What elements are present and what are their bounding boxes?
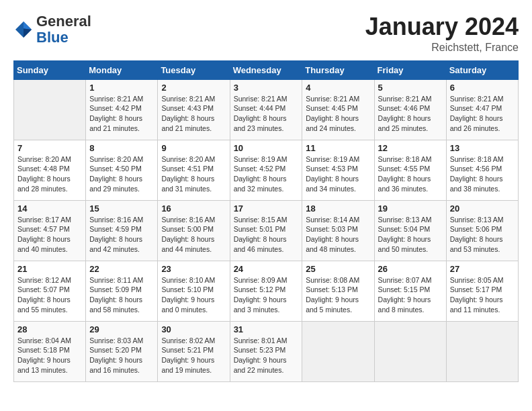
day-info: Sunrise: 8:09 AM Sunset: 5:12 PM Dayligh… [234, 275, 299, 315]
svg-marker-2 [24, 29, 32, 38]
day-info: Sunrise: 8:17 AM Sunset: 4:57 PM Dayligh… [17, 215, 82, 255]
calendar-cell: 16Sunrise: 8:16 AM Sunset: 5:00 PM Dayli… [158, 200, 230, 261]
calendar-cell: 15Sunrise: 8:16 AM Sunset: 4:59 PM Dayli… [86, 200, 158, 261]
day-info: Sunrise: 8:21 AM Sunset: 4:47 PM Dayligh… [450, 94, 515, 134]
day-info: Sunrise: 8:11 AM Sunset: 5:09 PM Dayligh… [89, 275, 154, 315]
day-number: 26 [378, 264, 443, 274]
day-info: Sunrise: 8:10 AM Sunset: 5:10 PM Dayligh… [161, 275, 226, 315]
day-info: Sunrise: 8:16 AM Sunset: 4:59 PM Dayligh… [89, 215, 154, 255]
day-number: 16 [161, 203, 226, 214]
calendar-cell: 18Sunrise: 8:14 AM Sunset: 5:03 PM Dayli… [302, 200, 374, 261]
calendar-cell: 9Sunrise: 8:20 AM Sunset: 4:51 PM Daylig… [158, 140, 230, 200]
logo-text: General Blue [36, 13, 91, 46]
day-info: Sunrise: 8:21 AM Sunset: 4:44 PM Dayligh… [234, 94, 299, 134]
day-number: 25 [306, 264, 370, 274]
calendar-cell: 10Sunrise: 8:19 AM Sunset: 4:52 PM Dayli… [230, 140, 302, 200]
calendar-cell: 26Sunrise: 8:07 AM Sunset: 5:15 PM Dayli… [374, 261, 446, 321]
day-info: Sunrise: 8:21 AM Sunset: 4:45 PM Dayligh… [306, 94, 370, 134]
weekday-header-tuesday: Tuesday [158, 60, 230, 79]
weekday-header-thursday: Thursday [302, 60, 374, 79]
calendar-cell: 1Sunrise: 8:21 AM Sunset: 4:42 PM Daylig… [86, 79, 158, 140]
calendar-cell: 25Sunrise: 8:08 AM Sunset: 5:13 PM Dayli… [302, 261, 374, 321]
day-number: 11 [306, 143, 370, 153]
location: Reichstett, France [365, 42, 519, 54]
calendar-cell: 29Sunrise: 8:03 AM Sunset: 5:20 PM Dayli… [86, 321, 158, 381]
day-number: 28 [17, 324, 82, 334]
calendar-cell: 11Sunrise: 8:19 AM Sunset: 4:53 PM Dayli… [302, 140, 374, 200]
calendar-week-row: 21Sunrise: 8:12 AM Sunset: 5:07 PM Dayli… [14, 261, 519, 321]
day-number: 24 [234, 264, 299, 274]
day-info: Sunrise: 8:03 AM Sunset: 5:20 PM Dayligh… [89, 336, 154, 375]
day-info: Sunrise: 8:20 AM Sunset: 4:51 PM Dayligh… [161, 154, 226, 194]
calendar-cell [14, 79, 86, 140]
day-number: 10 [234, 143, 299, 153]
day-info: Sunrise: 8:18 AM Sunset: 4:56 PM Dayligh… [450, 154, 515, 194]
weekday-header-sunday: Sunday [14, 60, 86, 79]
day-info: Sunrise: 8:21 AM Sunset: 4:42 PM Dayligh… [89, 94, 154, 134]
day-number: 23 [161, 264, 226, 274]
day-number: 3 [234, 83, 299, 93]
day-number: 13 [450, 143, 515, 153]
calendar-cell: 19Sunrise: 8:13 AM Sunset: 5:04 PM Dayli… [374, 200, 446, 261]
calendar-cell: 4Sunrise: 8:21 AM Sunset: 4:45 PM Daylig… [302, 79, 374, 140]
calendar-cell: 28Sunrise: 8:04 AM Sunset: 5:18 PM Dayli… [14, 321, 86, 381]
day-info: Sunrise: 8:21 AM Sunset: 4:43 PM Dayligh… [161, 94, 226, 134]
day-info: Sunrise: 8:01 AM Sunset: 5:23 PM Dayligh… [234, 336, 299, 375]
day-info: Sunrise: 8:13 AM Sunset: 5:04 PM Dayligh… [378, 215, 443, 255]
day-number: 20 [450, 203, 515, 214]
calendar-week-row: 28Sunrise: 8:04 AM Sunset: 5:18 PM Dayli… [14, 321, 519, 381]
calendar-cell: 7Sunrise: 8:20 AM Sunset: 4:48 PM Daylig… [14, 140, 86, 200]
calendar-cell: 12Sunrise: 8:18 AM Sunset: 4:55 PM Dayli… [374, 140, 446, 200]
day-info: Sunrise: 8:15 AM Sunset: 5:01 PM Dayligh… [234, 215, 299, 255]
calendar-cell [374, 321, 446, 381]
weekday-header-monday: Monday [86, 60, 158, 79]
day-info: Sunrise: 8:19 AM Sunset: 4:52 PM Dayligh… [234, 154, 299, 194]
calendar-cell: 5Sunrise: 8:21 AM Sunset: 4:46 PM Daylig… [374, 79, 446, 140]
title-block: January 2024 Reichstett, France [365, 13, 519, 54]
day-number: 19 [378, 203, 443, 214]
day-info: Sunrise: 8:20 AM Sunset: 4:50 PM Dayligh… [89, 154, 154, 194]
calendar-cell: 2Sunrise: 8:21 AM Sunset: 4:43 PM Daylig… [158, 79, 230, 140]
calendar-cell: 27Sunrise: 8:05 AM Sunset: 5:17 PM Dayli… [446, 261, 518, 321]
weekday-header-row: SundayMondayTuesdayWednesdayThursdayFrid… [14, 60, 519, 79]
day-number: 5 [378, 83, 443, 93]
logo: General Blue [13, 13, 91, 46]
logo-general: General [36, 13, 91, 30]
day-number: 2 [161, 83, 226, 93]
day-info: Sunrise: 8:14 AM Sunset: 5:03 PM Dayligh… [306, 215, 370, 255]
day-info: Sunrise: 8:04 AM Sunset: 5:18 PM Dayligh… [17, 336, 82, 375]
calendar-cell [302, 321, 374, 381]
calendar-week-row: 14Sunrise: 8:17 AM Sunset: 4:57 PM Dayli… [14, 200, 519, 261]
day-number: 6 [450, 83, 515, 93]
day-number: 30 [161, 324, 226, 334]
day-number: 12 [378, 143, 443, 153]
day-number: 9 [161, 143, 226, 153]
calendar-week-row: 7Sunrise: 8:20 AM Sunset: 4:48 PM Daylig… [14, 140, 519, 200]
calendar-week-row: 1Sunrise: 8:21 AM Sunset: 4:42 PM Daylig… [14, 79, 519, 140]
day-number: 29 [89, 324, 154, 334]
logo-blue: Blue [36, 29, 69, 46]
day-info: Sunrise: 8:19 AM Sunset: 4:53 PM Dayligh… [306, 154, 370, 194]
day-number: 8 [89, 143, 154, 153]
calendar-cell: 22Sunrise: 8:11 AM Sunset: 5:09 PM Dayli… [86, 261, 158, 321]
day-number: 27 [450, 264, 515, 274]
weekday-header-wednesday: Wednesday [230, 60, 302, 79]
page-header: General Blue January 2024 Reichstett, Fr… [13, 13, 519, 54]
day-info: Sunrise: 8:21 AM Sunset: 4:46 PM Dayligh… [378, 94, 443, 134]
weekday-header-saturday: Saturday [446, 60, 518, 79]
day-number: 17 [234, 203, 299, 214]
calendar-cell: 31Sunrise: 8:01 AM Sunset: 5:23 PM Dayli… [230, 321, 302, 381]
calendar-cell: 23Sunrise: 8:10 AM Sunset: 5:10 PM Dayli… [158, 261, 230, 321]
day-number: 15 [89, 203, 154, 214]
day-number: 18 [306, 203, 370, 214]
calendar-table: SundayMondayTuesdayWednesdayThursdayFrid… [13, 60, 519, 382]
day-number: 1 [89, 83, 154, 93]
day-info: Sunrise: 8:18 AM Sunset: 4:55 PM Dayligh… [378, 154, 443, 194]
logo-icon [13, 19, 34, 40]
calendar-cell: 24Sunrise: 8:09 AM Sunset: 5:12 PM Dayli… [230, 261, 302, 321]
calendar-cell: 8Sunrise: 8:20 AM Sunset: 4:50 PM Daylig… [86, 140, 158, 200]
calendar-cell: 20Sunrise: 8:13 AM Sunset: 5:06 PM Dayli… [446, 200, 518, 261]
day-info: Sunrise: 8:08 AM Sunset: 5:13 PM Dayligh… [306, 275, 370, 315]
calendar-cell: 17Sunrise: 8:15 AM Sunset: 5:01 PM Dayli… [230, 200, 302, 261]
day-info: Sunrise: 8:16 AM Sunset: 5:00 PM Dayligh… [161, 215, 226, 255]
